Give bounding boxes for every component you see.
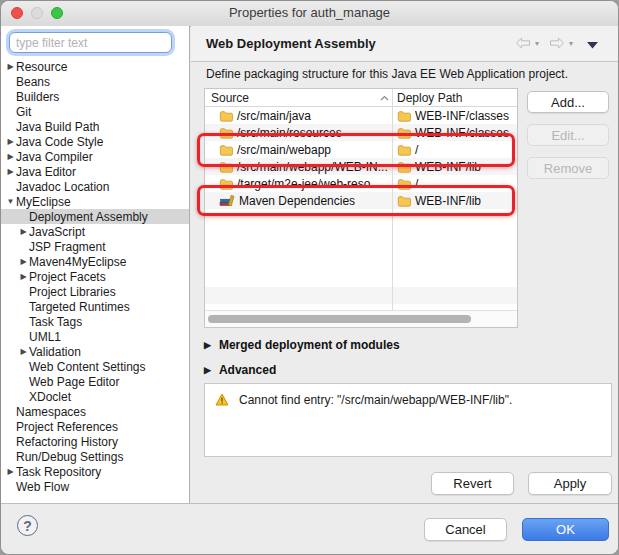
sidebar-item-task-repository[interactable]: ▶Task Repository — [1, 464, 189, 479]
table-row-src-main-java[interactable]: /src/main/javaWEB-INF/classes — [205, 107, 517, 124]
horizontal-scrollbar[interactable] — [205, 310, 517, 327]
section-advanced[interactable]: ▶ Advanced — [204, 363, 276, 377]
sort-ascending-icon — [380, 95, 389, 101]
chevron-right-icon[interactable]: ▶ — [5, 467, 16, 476]
sidebar-item-label: UML1 — [29, 330, 61, 344]
sidebar-item-label: Targeted Runtimes — [29, 300, 130, 314]
chevron-right-icon: ▶ — [204, 365, 211, 375]
column-header-source[interactable]: Source — [205, 91, 392, 105]
forward-dropdown-icon[interactable]: ▾ — [569, 39, 573, 48]
column-header-deploy-path[interactable]: Deploy Path — [392, 91, 517, 105]
view-menu-icon[interactable] — [587, 35, 598, 53]
sidebar-item-validation[interactable]: ▶Validation — [1, 344, 189, 359]
page-header: Web Deployment Assembly ▾ ▾ — [191, 26, 618, 62]
chevron-right-icon: ▶ — [204, 340, 211, 350]
sidebar-item-label: Web Page Editor — [29, 375, 120, 389]
sidebar-item-git[interactable]: Git — [1, 104, 189, 119]
folder-icon — [397, 110, 411, 122]
sidebar-tree: ▶ResourceBeansBuildersGitJava Build Path… — [1, 59, 189, 494]
chevron-right-icon[interactable]: ▶ — [18, 347, 29, 356]
scrollbar-thumb[interactable] — [208, 315, 471, 323]
table-empty-rows — [205, 270, 517, 311]
sidebar-item-java-build-path[interactable]: Java Build Path — [1, 119, 189, 134]
chevron-right-icon[interactable]: ▶ — [5, 167, 16, 176]
sidebar-item-beans[interactable]: Beans — [1, 74, 189, 89]
add-button[interactable]: Add... — [527, 91, 609, 113]
sidebar-item-label: Deployment Assembly — [29, 210, 148, 224]
warning-message: Cannot find entry: "/src/main/webapp/WEB… — [239, 393, 512, 407]
sidebar: ▶ResourceBeansBuildersGitJava Build Path… — [1, 26, 190, 504]
sidebar-item-label: Refactoring History — [16, 435, 118, 449]
revert-button[interactable]: Revert — [431, 472, 514, 495]
sidebar-item-web-content-settings[interactable]: Web Content Settings — [1, 359, 189, 374]
chevron-right-icon[interactable]: ▶ — [5, 137, 16, 146]
chevron-right-icon[interactable]: ▶ — [5, 152, 16, 161]
page-title: Web Deployment Assembly — [206, 36, 376, 51]
source-header-label: Source — [211, 91, 249, 105]
section-merged-deployment[interactable]: ▶ Merged deployment of modules — [204, 338, 400, 352]
sidebar-item-java-editor[interactable]: ▶Java Editor — [1, 164, 189, 179]
warning-icon — [215, 393, 229, 409]
main-panel: Web Deployment Assembly ▾ ▾ Define packa… — [191, 26, 618, 504]
sidebar-item-label: Task Tags — [29, 315, 82, 329]
sidebar-item-label: Namespaces — [16, 405, 86, 419]
sidebar-item-jsp-fragment[interactable]: JSP Fragment — [1, 239, 189, 254]
window-title: Properties for auth_manage — [1, 5, 618, 20]
annotation-highlight-webapp-row — [197, 133, 515, 167]
chevron-right-icon[interactable]: ▶ — [18, 272, 29, 281]
sidebar-item-myeclipse[interactable]: ▼MyEclipse — [1, 194, 189, 209]
chevron-right-icon[interactable]: ▶ — [18, 257, 29, 266]
sidebar-item-targeted-runtimes[interactable]: Targeted Runtimes — [1, 299, 189, 314]
section-label: Advanced — [219, 363, 276, 377]
sidebar-item-label: JavaScript — [29, 225, 85, 239]
deploy-header-label: Deploy Path — [397, 91, 462, 105]
sidebar-item-label: Task Repository — [16, 465, 101, 479]
sidebar-item-java-code-style[interactable]: ▶Java Code Style — [1, 134, 189, 149]
sidebar-item-xdoclet[interactable]: XDoclet — [1, 389, 189, 404]
sidebar-item-builders[interactable]: Builders — [1, 89, 189, 104]
ok-button[interactable]: OK — [522, 518, 609, 541]
sidebar-item-uml1[interactable]: UML1 — [1, 329, 189, 344]
sidebar-item-refactoring-history[interactable]: Refactoring History — [1, 434, 189, 449]
sidebar-item-javascript[interactable]: ▶JavaScript — [1, 224, 189, 239]
help-icon[interactable]: ? — [17, 515, 38, 536]
forward-arrow-icon[interactable] — [549, 35, 565, 53]
sidebar-item-deployment-assembly[interactable]: Deployment Assembly — [1, 209, 189, 224]
chevron-down-icon[interactable]: ▼ — [5, 197, 16, 206]
sidebar-item-label: Project References — [16, 420, 118, 434]
source-path-label: /src/main/java — [237, 109, 311, 123]
sidebar-item-label: Run/Debug Settings — [16, 450, 123, 464]
sidebar-item-resource[interactable]: ▶Resource — [1, 59, 189, 74]
folder-icon — [219, 110, 233, 122]
apply-button[interactable]: Apply — [528, 472, 612, 495]
sidebar-item-project-facets[interactable]: ▶Project Facets — [1, 269, 189, 284]
sidebar-item-java-compiler[interactable]: ▶Java Compiler — [1, 149, 189, 164]
problems-box: Cannot find entry: "/src/main/webapp/WEB… — [204, 383, 612, 457]
source-cell: /src/main/java — [205, 109, 392, 123]
properties-dialog: Properties for auth_manage ▶ResourceBean… — [0, 0, 619, 555]
sidebar-item-label: Maven4MyEclipse — [29, 255, 126, 269]
sidebar-item-project-references[interactable]: Project References — [1, 419, 189, 434]
sidebar-item-web-flow[interactable]: Web Flow — [1, 479, 189, 494]
sidebar-item-label: Javadoc Location — [16, 180, 109, 194]
title-bar[interactable]: Properties for auth_manage — [1, 1, 618, 27]
sidebar-item-project-libraries[interactable]: Project Libraries — [1, 284, 189, 299]
sidebar-item-label: Web Content Settings — [29, 360, 146, 374]
filter-input[interactable] — [9, 32, 172, 53]
chevron-right-icon[interactable]: ▶ — [18, 227, 29, 236]
sidebar-item-namespaces[interactable]: Namespaces — [1, 404, 189, 419]
edit-button: Edit... — [527, 124, 609, 146]
sidebar-item-task-tags[interactable]: Task Tags — [1, 314, 189, 329]
sidebar-item-run-debug-settings[interactable]: Run/Debug Settings — [1, 449, 189, 464]
cancel-button[interactable]: Cancel — [424, 518, 507, 541]
sidebar-item-label: Project Facets — [29, 270, 106, 284]
sidebar-item-web-page-editor[interactable]: Web Page Editor — [1, 374, 189, 389]
sidebar-item-javadoc-location[interactable]: Javadoc Location — [1, 179, 189, 194]
deploy-path-label: WEB-INF/classes — [415, 109, 509, 123]
sidebar-item-label: XDoclet — [29, 390, 71, 404]
sidebar-item-maven4myeclipse[interactable]: ▶Maven4MyEclipse — [1, 254, 189, 269]
sidebar-item-label: Project Libraries — [29, 285, 116, 299]
chevron-right-icon[interactable]: ▶ — [5, 62, 16, 71]
back-arrow-icon[interactable] — [515, 35, 531, 53]
back-dropdown-icon[interactable]: ▾ — [535, 39, 539, 48]
